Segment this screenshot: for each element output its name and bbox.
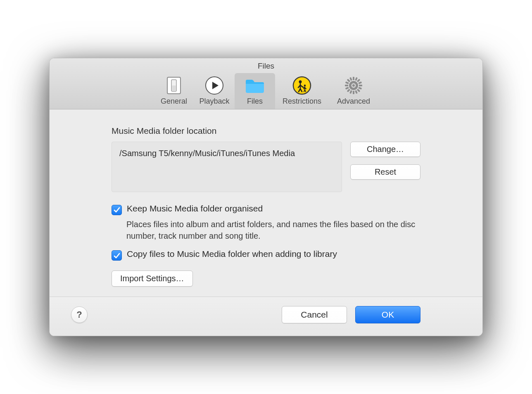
keep-organised-label: Keep Music Media folder organised [127, 204, 263, 214]
media-folder-path: /Samsung T5/kenny/Music/iTunes/iTunes Me… [112, 142, 342, 192]
svg-rect-22 [345, 81, 349, 84]
tab-advanced-label: Advanced [337, 97, 370, 106]
tab-general-label: General [161, 97, 187, 106]
copy-files-checkbox[interactable] [112, 250, 122, 261]
svg-rect-20 [358, 81, 362, 84]
reset-button[interactable]: Reset [350, 164, 420, 180]
svg-point-5 [299, 80, 302, 83]
media-folder-row: /Samsung T5/kenny/Music/iTunes/iTunes Me… [112, 142, 420, 192]
window-title: Files [50, 61, 482, 73]
keep-organised-row: Keep Music Media folder organised [112, 204, 420, 215]
svg-rect-23 [358, 87, 362, 90]
svg-point-6 [304, 84, 306, 86]
svg-rect-2 [172, 85, 176, 90]
svg-rect-16 [355, 77, 358, 81]
tab-playback-label: Playback [199, 97, 229, 106]
tab-advanced[interactable]: Advanced [329, 73, 378, 109]
svg-rect-18 [349, 77, 352, 81]
copy-files-row: Copy files to Music Media folder when ad… [112, 249, 420, 261]
tab-playback[interactable]: Playback [194, 73, 235, 109]
keep-organised-description: Places files into album and artist folde… [126, 218, 420, 242]
svg-rect-15 [357, 88, 360, 92]
tab-restrictions[interactable]: Restrictions [275, 73, 329, 109]
import-settings-button[interactable]: Import Settings… [112, 271, 193, 287]
footer-actions: Cancel OK [282, 306, 420, 323]
svg-rect-10 [345, 85, 348, 86]
svg-rect-8 [353, 77, 354, 80]
ok-button[interactable]: OK [355, 306, 420, 323]
tab-files-label: Files [247, 97, 263, 106]
parental-icon [291, 75, 313, 96]
help-button[interactable]: ? [71, 306, 88, 323]
svg-rect-13 [347, 88, 350, 92]
content-pane: Music Media folder location /Samsung T5/… [50, 109, 482, 297]
media-folder-label: Music Media folder location [112, 126, 420, 136]
footer: ? Cancel OK [50, 297, 482, 336]
gear-icon [343, 75, 364, 96]
folder-icon [244, 75, 266, 96]
tab-files[interactable]: Files [235, 73, 275, 109]
play-icon [204, 75, 225, 96]
cancel-button[interactable]: Cancel [282, 306, 347, 323]
toolbar: Files General [50, 58, 482, 109]
tab-bar: General Playback [50, 73, 482, 109]
tab-restrictions-label: Restrictions [283, 97, 321, 106]
svg-rect-21 [345, 87, 349, 90]
svg-point-25 [352, 84, 355, 87]
svg-rect-14 [347, 78, 350, 82]
copy-files-label: Copy files to Music Media folder when ad… [127, 249, 337, 259]
media-folder-buttons: Change… Reset [350, 142, 420, 180]
svg-rect-12 [357, 78, 360, 82]
svg-rect-11 [359, 85, 362, 86]
tab-general[interactable]: General [154, 73, 194, 109]
keep-organised-checkbox[interactable] [112, 205, 122, 215]
svg-rect-19 [355, 90, 358, 94]
svg-rect-17 [349, 90, 352, 94]
change-button[interactable]: Change… [350, 142, 420, 157]
svg-rect-9 [353, 91, 354, 94]
switch-icon [163, 75, 185, 96]
preferences-window: Files General [49, 58, 483, 337]
